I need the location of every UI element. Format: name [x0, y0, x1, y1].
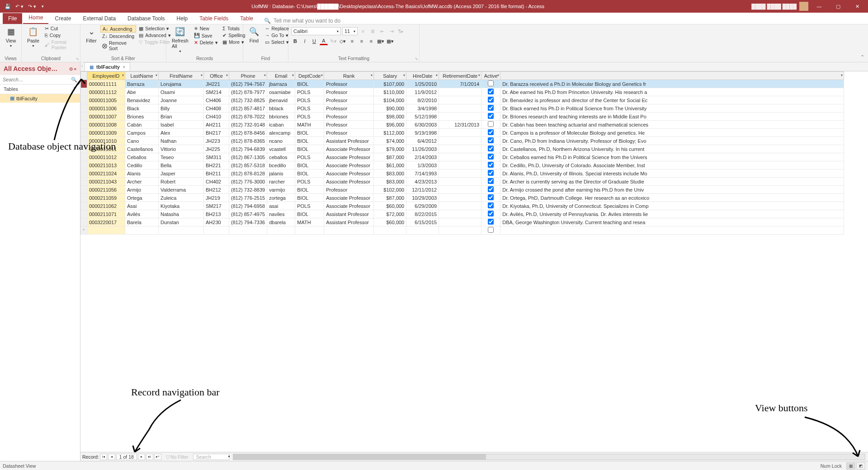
copy-button[interactable]: ⎘Copy: [43, 32, 77, 38]
cell[interactable]: Osami: [159, 88, 204, 96]
cell[interactable]: [481, 194, 500, 202]
cell[interactable]: [324, 226, 374, 235]
ascending-button[interactable]: A↓Ascending: [100, 25, 136, 33]
cell[interactable]: Associate Professor: [324, 194, 374, 202]
cell[interactable]: $79,000: [374, 145, 406, 153]
column-header[interactable]: FirstName▾: [159, 72, 204, 80]
cell[interactable]: [481, 161, 500, 169]
bullets-icon[interactable]: ≡: [359, 27, 367, 35]
cell[interactable]: Natasha: [159, 210, 204, 218]
cell[interactable]: 11/9/2012: [406, 88, 439, 96]
cell[interactable]: Professor: [324, 113, 374, 121]
cell[interactable]: Asai: [125, 202, 159, 210]
cell[interactable]: (812) 857-4817: [229, 104, 267, 113]
cell[interactable]: Dunstan: [159, 218, 204, 226]
cell[interactable]: Assistant Professor: [324, 210, 374, 218]
save-icon[interactable]: 💾: [5, 4, 11, 9]
cell[interactable]: 0000211056: [87, 186, 125, 194]
active-checkbox[interactable]: [488, 194, 494, 200]
cell[interactable]: (812) 794-7336: [229, 218, 267, 226]
cell[interactable]: BIOL: [295, 161, 324, 169]
active-checkbox[interactable]: [488, 219, 494, 225]
cell[interactable]: 6/30/2003: [406, 121, 439, 129]
remove-sort-button[interactable]: ⨂Remove Sort: [100, 40, 136, 52]
cell[interactable]: AH211: [204, 121, 229, 129]
cell[interactable]: Ceballos: [125, 153, 159, 161]
cell[interactable]: [125, 226, 159, 235]
cell[interactable]: BH211: [204, 169, 229, 178]
filter-indicator-icon[interactable]: ▽: [166, 454, 170, 460]
cell[interactable]: Dr. Cedillo, Ph.D, University of Colorad…: [500, 161, 844, 169]
cell[interactable]: [481, 210, 500, 218]
cell[interactable]: MATH: [295, 218, 324, 226]
document-tab-tblfaculty[interactable]: ▦ tblFaculty ×: [85, 62, 130, 71]
cell[interactable]: [439, 153, 481, 161]
paste-button[interactable]: 📋 Paste ▼: [24, 25, 42, 48]
row-selector[interactable]: [81, 88, 87, 96]
cell[interactable]: Associate Professor: [324, 145, 374, 153]
filter-button[interactable]: ⌄ Filter: [83, 25, 99, 44]
nav-pane-header[interactable]: All Access Obje… ⊙ «: [0, 62, 80, 75]
cell[interactable]: POLS: [295, 96, 324, 104]
row-selector[interactable]: [81, 96, 87, 104]
column-header[interactable]: Phone▾: [229, 72, 267, 80]
cell[interactable]: AH230: [204, 218, 229, 226]
cell[interactable]: 0000011008: [87, 121, 125, 129]
cell[interactable]: $98,000: [374, 113, 406, 121]
clipboard-launcher-icon[interactable]: ⤡: [76, 57, 79, 61]
cell[interactable]: 0000211013: [87, 161, 125, 169]
tab-table[interactable]: Table: [235, 13, 259, 24]
cell[interactable]: POLS: [295, 153, 324, 161]
cell[interactable]: [439, 145, 481, 153]
cell[interactable]: Teseo: [159, 153, 204, 161]
cell[interactable]: [481, 88, 500, 96]
last-record-button[interactable]: ▸I: [146, 454, 153, 460]
column-dropdown-icon[interactable]: ▾: [841, 73, 843, 77]
active-checkbox[interactable]: [488, 202, 494, 208]
cell[interactable]: 0000011007: [87, 113, 125, 121]
maximize-button[interactable]: ▢: [830, 0, 846, 13]
underline-button[interactable]: U: [310, 37, 318, 45]
cell[interactable]: [406, 226, 439, 235]
cell[interactable]: Associate Professor: [324, 153, 374, 161]
tab-create[interactable]: Create: [49, 13, 76, 24]
active-checkbox[interactable]: [488, 137, 494, 143]
cell[interactable]: 0000211024: [87, 169, 125, 178]
cell[interactable]: Dr. Kiyotaka, Ph.D, University of Connec…: [500, 202, 844, 210]
cell[interactable]: Dr. Ceballos earned his Ph.D in Politica…: [500, 153, 844, 161]
cell[interactable]: $83,000: [374, 169, 406, 178]
cell[interactable]: (812) 732-9148: [229, 121, 267, 129]
cell[interactable]: Castellanos: [125, 145, 159, 153]
cell[interactable]: (812) 732-8839: [229, 186, 267, 194]
cell[interactable]: 2/14/2003: [406, 153, 439, 161]
cell[interactable]: [439, 194, 481, 202]
align-left-button[interactable]: ≡: [348, 37, 356, 45]
cell[interactable]: $104,000: [374, 96, 406, 104]
column-header[interactable]: RetirementDate▾: [439, 72, 481, 80]
cell[interactable]: naviles: [267, 210, 295, 218]
align-center-button[interactable]: ≡: [358, 37, 366, 45]
row-selector[interactable]: [81, 218, 87, 226]
cell[interactable]: $60,000: [374, 202, 406, 210]
nav-item-tblfaculty[interactable]: ▦ tblFaculty: [0, 94, 80, 103]
cell[interactable]: Valderrama: [159, 186, 204, 194]
cell[interactable]: Isabel: [159, 121, 204, 129]
cell[interactable]: CH410: [204, 113, 229, 121]
cell[interactable]: Black: [125, 104, 159, 113]
tab-table-fields[interactable]: Table Fields: [194, 13, 234, 24]
undo-icon[interactable]: ↶ ▾: [15, 4, 24, 9]
cell[interactable]: Joanne: [159, 96, 204, 104]
cell[interactable]: BH212: [204, 186, 229, 194]
tab-database-tools[interactable]: Database Tools: [122, 13, 170, 24]
cell[interactable]: 4/23/2013: [406, 178, 439, 186]
cell[interactable]: jbenavid: [267, 96, 295, 104]
cell[interactable]: [481, 129, 500, 137]
cell[interactable]: [481, 113, 500, 121]
next-record-button[interactable]: ▸: [138, 454, 145, 460]
cell[interactable]: 6/4/2012: [406, 137, 439, 145]
cell[interactable]: Alanis: [125, 169, 159, 178]
row-selector[interactable]: [81, 186, 87, 194]
column-dropdown-icon[interactable]: ▾: [156, 73, 157, 77]
column-dropdown-icon[interactable]: ▾: [371, 73, 373, 77]
row-selector[interactable]: [81, 137, 87, 145]
